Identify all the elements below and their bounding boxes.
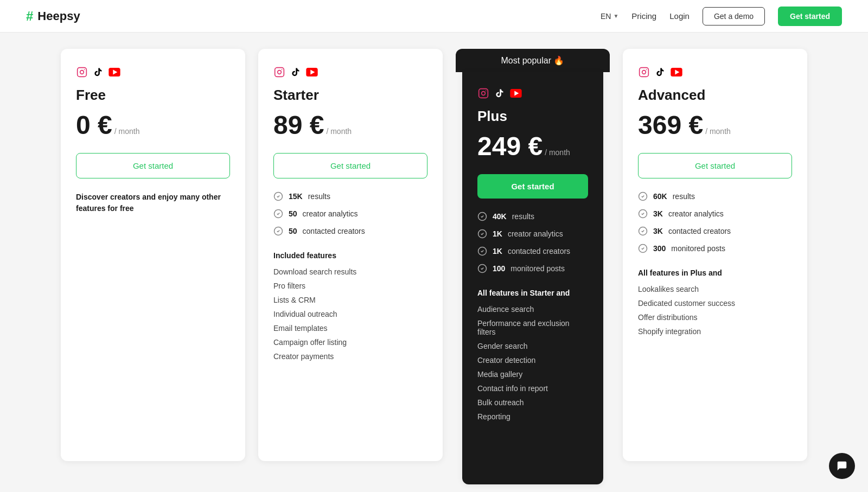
tiktok-icon [290, 66, 302, 78]
plan-free-name: Free [76, 87, 230, 104]
stat-contacted-plus: 1K contacted creators [477, 246, 588, 256]
feature-performance-filters: Performance and exclusion filters [477, 319, 588, 336]
logo[interactable]: # Heepsy [26, 9, 80, 24]
plan-advanced-period: / month [705, 127, 731, 136]
feature-email-templates: Email templates [273, 324, 427, 333]
analytics-number: 50 [289, 209, 297, 218]
plan-advanced: Advanced 369 € / month Get started 60K r… [623, 49, 807, 461]
analytics-number-adv: 3K [653, 209, 663, 218]
feature-contact-info: Contact info in report [477, 384, 588, 393]
stat-results: 15K results [273, 191, 427, 201]
plan-free: Free 0 € / month Get started Discover cr… [61, 49, 245, 461]
logo-name: Heepsy [37, 9, 80, 23]
plan-plus-price-row: 249 € / month [477, 131, 588, 161]
chat-button[interactable] [829, 453, 855, 479]
svg-point-24 [646, 69, 647, 71]
feature-download: Download search results [273, 267, 427, 276]
free-get-started-button[interactable]: Get started [76, 153, 230, 178]
plus-get-started-button[interactable]: Get started [477, 174, 588, 199]
monitored-number-adv: 300 [653, 244, 666, 253]
results-label-plus: results [512, 212, 534, 221]
stat-results-plus: 40K results [477, 212, 588, 221]
social-icons-free [76, 66, 230, 78]
nav-login[interactable]: Login [669, 11, 690, 21]
results-number-plus: 40K [493, 212, 507, 221]
analytics-label: creator analytics [303, 209, 358, 218]
main-header: # Heepsy EN ▼ Pricing Login Get a demo G… [0, 0, 868, 33]
feature-individual-outreach: Individual outreach [273, 310, 427, 318]
instagram-icon [273, 66, 285, 78]
plan-free-price: 0 € [76, 110, 112, 140]
stat-analytics-plus: 1K creator analytics [477, 229, 588, 239]
plus-stats: 40K results 1K creator analytics 1K cont… [477, 212, 588, 273]
stat-monitored-plus: 100 monitored posts [477, 264, 588, 273]
feature-creator-detection: Creator detection [477, 356, 588, 365]
feature-lookalikes: Lookalikes search [638, 285, 792, 293]
svg-point-23 [642, 71, 646, 74]
advanced-section-label: All features in Plus and [638, 269, 792, 277]
stat-results-adv: 60K results [638, 191, 792, 201]
chevron-down-icon: ▼ [613, 13, 618, 19]
feature-reporting: Reporting [477, 412, 588, 421]
language-selector[interactable]: EN ▼ [601, 12, 618, 21]
header-nav: EN ▼ Pricing Login Get a demo Get starte… [601, 7, 842, 26]
language-label: EN [601, 12, 611, 21]
results-number: 15K [289, 192, 303, 201]
social-icons-advanced [638, 66, 792, 78]
main-content: Free 0 € / month Get started Discover cr… [0, 33, 868, 492]
advanced-features: Lookalikes search Dedicated customer suc… [638, 285, 792, 336]
stat-analytics-adv: 3K creator analytics [638, 209, 792, 219]
plan-starter-name: Starter [273, 87, 427, 104]
get-started-header-button[interactable]: Get started [778, 7, 842, 26]
feature-pro-filters: Pro filters [273, 282, 427, 290]
contacted-number: 50 [289, 227, 297, 235]
analytics-number-plus: 1K [493, 229, 502, 238]
plan-free-price-row: 0 € / month [76, 110, 230, 140]
advanced-get-started-button[interactable]: Get started [638, 153, 792, 178]
stat-monitored-adv: 300 monitored posts [638, 244, 792, 253]
starter-stats: 15K results 50 creator analytics 50 cont… [273, 191, 427, 236]
instagram-icon [638, 66, 650, 78]
feature-audience-search: Audience search [477, 305, 588, 314]
social-icons-starter [273, 66, 427, 78]
svg-point-1 [80, 71, 84, 74]
plan-starter-price: 89 € [273, 110, 324, 140]
feature-offer-distributions: Offer distributions [638, 313, 792, 322]
feature-campaign-offer: Campaign offer listing [273, 338, 427, 347]
youtube-icon [108, 66, 120, 78]
contacted-number-plus: 1K [493, 247, 502, 255]
starter-get-started-button[interactable]: Get started [273, 153, 427, 178]
contacted-label-adv: contacted creators [668, 227, 731, 235]
plus-features: Audience search Performance and exclusio… [477, 305, 588, 421]
plan-plus-price: 249 € [477, 131, 542, 161]
feature-dedicated-success: Dedicated customer success [638, 299, 792, 308]
nav-pricing[interactable]: Pricing [631, 11, 656, 21]
logo-hash-icon: # [26, 9, 33, 24]
analytics-label-adv: creator analytics [668, 209, 724, 218]
social-icons-plus [477, 87, 588, 99]
plan-free-period: / month [114, 127, 140, 136]
contacted-number-adv: 3K [653, 227, 663, 235]
monitored-label-adv: monitored posts [671, 244, 725, 253]
plan-advanced-price: 369 € [638, 110, 703, 140]
svg-rect-22 [640, 68, 649, 77]
plan-starter: Starter 89 € / month Get started 15K res… [258, 49, 443, 461]
contacted-label-plus: contacted creators [508, 247, 570, 255]
stat-analytics: 50 creator analytics [273, 209, 427, 219]
starter-section-label: Included features [273, 251, 427, 260]
feature-bulk-outreach: Bulk outreach [477, 398, 588, 407]
plan-plus-period: / month [545, 148, 570, 157]
youtube-icon [671, 66, 682, 78]
svg-point-7 [282, 69, 283, 71]
feature-media-gallery: Media gallery [477, 370, 588, 379]
plan-starter-period: / month [326, 127, 352, 136]
analytics-label-plus: creator analytics [508, 229, 563, 238]
stat-contacted-adv: 3K contacted creators [638, 226, 792, 236]
stat-contacted: 50 contacted creators [273, 226, 427, 236]
plan-advanced-price-row: 369 € / month [638, 110, 792, 140]
demo-button[interactable]: Get a demo [703, 7, 765, 25]
feature-creator-payments: Creator payments [273, 352, 427, 361]
tiktok-icon [92, 66, 104, 78]
feature-lists-crm: Lists & CRM [273, 296, 427, 304]
feature-shopify: Shopify integration [638, 327, 792, 336]
